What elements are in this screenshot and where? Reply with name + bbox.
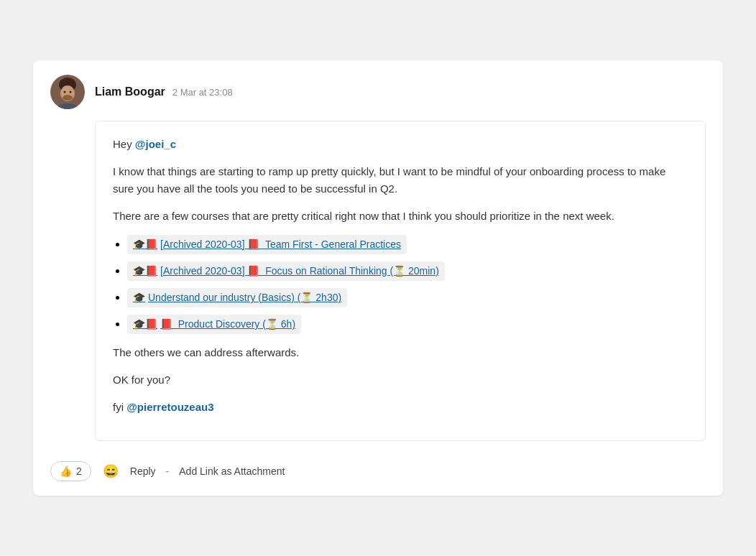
header-info: Liam Boogar 2 Mar at 23:08 bbox=[95, 85, 233, 98]
action-separator: - bbox=[166, 465, 170, 477]
message-body: Hey @joei_c I know that things are start… bbox=[95, 121, 706, 441]
list-item: 🎓 Understand our industry (Basics) (⏳ 2h… bbox=[127, 288, 688, 307]
course-link-2[interactable]: 🎓📕 [Archived 2020-03] 📕 Focus on Rationa… bbox=[127, 261, 445, 281]
reply-link[interactable]: Reply bbox=[130, 465, 156, 477]
greeting-paragraph: Hey @joei_c bbox=[113, 136, 688, 153]
message-card: Liam Boogar 2 Mar at 23:08 Hey @joei_c I… bbox=[33, 60, 723, 496]
course-link-1-text: [Archived 2020-03] 📕 Team First - Genera… bbox=[160, 237, 401, 252]
greeting-text: Hey bbox=[113, 138, 135, 150]
body-paragraph-3: The others we can address afterwards. bbox=[113, 344, 688, 361]
message-timestamp: 2 Mar at 23:08 bbox=[172, 87, 233, 98]
course-link-2-text: [Archived 2020-03] 📕 Focus on Rational T… bbox=[160, 264, 439, 279]
message-header: Liam Boogar 2 Mar at 23:08 bbox=[50, 75, 706, 109]
course-icon-4: 🎓📕 bbox=[133, 317, 157, 332]
avatar bbox=[50, 75, 85, 109]
course-link-3[interactable]: 🎓 Understand our industry (Basics) (⏳ 2h… bbox=[127, 288, 347, 307]
course-link-3-text: Understand our industry (Basics) (⏳ 2h30… bbox=[148, 290, 341, 305]
fyi-paragraph: fyi @pierretouzeau3 bbox=[113, 399, 688, 416]
body-paragraph-1: I know that things are starting to ramp … bbox=[113, 163, 688, 198]
course-list: 🎓📕 [Archived 2020-03] 📕 Team First - Gen… bbox=[127, 235, 688, 334]
svg-point-4 bbox=[70, 91, 72, 93]
actions-row: 👍 2 😄 Reply - Add Link as Attachment bbox=[50, 453, 706, 481]
body-paragraph-4: OK for you? bbox=[113, 371, 688, 389]
mention-pierre[interactable]: @pierretouzeau3 bbox=[126, 401, 213, 413]
add-link-attachment-link[interactable]: Add Link as Attachment bbox=[179, 465, 285, 477]
list-item: 🎓📕 [Archived 2020-03] 📕 Focus on Rationa… bbox=[127, 261, 688, 281]
body-paragraph-2: There are a few courses that are pretty … bbox=[113, 208, 688, 225]
course-link-1[interactable]: 🎓📕 [Archived 2020-03] 📕 Team First - Gen… bbox=[127, 235, 407, 254]
thumbs-up-reaction-button[interactable]: 👍 2 bbox=[50, 461, 91, 481]
fyi-label: fyi bbox=[113, 401, 126, 413]
thumbs-up-count: 2 bbox=[76, 465, 82, 477]
add-reaction-button[interactable]: 😄 bbox=[100, 462, 121, 481]
emoji-reaction-icon: 😄 bbox=[103, 464, 119, 478]
course-link-4-text: 📕 Product Discovery (⏳ 6h) bbox=[160, 317, 295, 332]
course-icon-1: 🎓📕 bbox=[133, 237, 157, 252]
list-item: 🎓📕 [Archived 2020-03] 📕 Team First - Gen… bbox=[127, 235, 688, 254]
course-icon-2: 🎓📕 bbox=[133, 264, 157, 279]
course-icon-3: 🎓 bbox=[133, 290, 145, 305]
svg-point-5 bbox=[63, 95, 73, 101]
list-item: 🎓📕 📕 Product Discovery (⏳ 6h) bbox=[127, 315, 688, 334]
author-name: Liam Boogar bbox=[95, 85, 165, 98]
svg-point-3 bbox=[64, 91, 66, 93]
mention-joei[interactable]: @joei_c bbox=[135, 138, 176, 150]
thumbs-up-icon: 👍 bbox=[60, 465, 72, 477]
course-link-4[interactable]: 🎓📕 📕 Product Discovery (⏳ 6h) bbox=[127, 315, 301, 334]
